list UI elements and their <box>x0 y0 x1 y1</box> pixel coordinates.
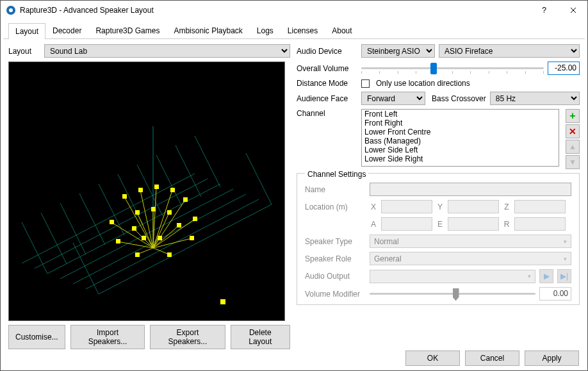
tab-layout[interactable]: Layout <box>8 23 45 39</box>
channel-item[interactable]: Lower Side Left <box>362 145 559 154</box>
channel-item[interactable]: Bass (Managed) <box>362 136 559 145</box>
import-speakers-button[interactable]: Import Speakers... <box>70 325 145 349</box>
svg-line-11 <box>60 203 86 254</box>
svg-line-20 <box>246 153 272 204</box>
export-speakers-button[interactable]: Export Speakers... <box>150 325 225 349</box>
axis-a-label: A <box>370 220 377 229</box>
channel-item[interactable]: Front Right <box>362 119 559 128</box>
svg-rect-58 <box>220 299 225 304</box>
tab-logs[interactable]: Logs <box>250 22 281 38</box>
speaker-type-label: Speaker Type <box>305 237 366 246</box>
tab-bar: Layout Decoder Rapture3D Games Ambisonic… <box>3 20 585 39</box>
move-down-button[interactable]: ▼ <box>566 155 580 169</box>
svg-rect-57 <box>132 226 136 231</box>
tab-licenses[interactable]: Licenses <box>281 22 325 38</box>
move-up-button[interactable]: ▲ <box>566 140 580 154</box>
svg-line-8 <box>99 204 272 294</box>
volume-modifier-thumb <box>453 288 459 301</box>
svg-rect-41 <box>138 188 143 192</box>
channel-settings-legend: Channel Settings <box>305 170 368 179</box>
svg-rect-50 <box>110 220 114 224</box>
speaker-role-label: Speaker Role <box>305 254 366 263</box>
ok-button[interactable]: OK <box>405 350 460 366</box>
svg-rect-46 <box>190 236 194 240</box>
audience-face-select[interactable]: Forward <box>361 92 425 105</box>
tab-ambisonic[interactable]: Ambisonic Playback <box>167 22 249 38</box>
app-icon <box>6 5 16 15</box>
speaker-3d-viewport[interactable] <box>8 62 285 321</box>
volume-modifier-label: Volume Modifier <box>305 290 366 299</box>
loc-e-input <box>448 217 499 231</box>
customise-button[interactable]: Customise... <box>8 325 65 349</box>
svg-rect-54 <box>177 223 181 227</box>
loc-x-input <box>381 200 432 213</box>
close-icon <box>570 7 576 13</box>
channel-item[interactable]: Lower Front Centre <box>362 128 559 136</box>
svg-rect-47 <box>167 252 172 257</box>
channel-item[interactable]: Front Left <box>362 110 559 119</box>
distance-mode-checkbox[interactable] <box>361 79 370 88</box>
svg-line-29 <box>153 248 169 254</box>
tab-decoder[interactable]: Decoder <box>45 22 88 38</box>
channel-item[interactable]: Lower Side Right <box>362 154 559 163</box>
svg-rect-53 <box>167 210 172 215</box>
overall-volume-slider[interactable] <box>361 62 544 75</box>
name-label: Name <box>305 185 366 194</box>
delete-layout-button[interactable]: Delete Layout <box>231 325 290 349</box>
svg-rect-51 <box>135 210 140 215</box>
axis-e-label: E <box>436 220 444 229</box>
channel-name-input <box>370 183 571 196</box>
help-button[interactable]: ? <box>530 1 559 20</box>
axis-x-label: X <box>370 202 377 211</box>
svg-line-12 <box>79 194 105 245</box>
volume-thumb[interactable] <box>430 63 437 74</box>
svg-rect-40 <box>122 194 127 199</box>
layout-select[interactable]: Sound Lab <box>44 44 290 58</box>
bass-crossover-select[interactable]: 85 Hz <box>490 92 580 105</box>
overall-volume-value[interactable]: -25.00 <box>548 62 580 75</box>
window-title: Rapture3D - Advanced Speaker Layout <box>20 6 530 15</box>
tab-rapture-games[interactable]: Rapture3D Games <box>88 22 167 38</box>
svg-rect-49 <box>116 239 120 243</box>
stop-button: ▶| <box>557 269 571 283</box>
audio-device-select[interactable]: ASIO Fireface <box>439 44 580 58</box>
audio-device-label: Audio Device <box>297 47 357 56</box>
axis-r-label: R <box>503 220 510 229</box>
channel-label: Channel <box>297 109 357 118</box>
layout-label: Layout <box>8 47 40 56</box>
svg-rect-42 <box>154 185 159 189</box>
close-button[interactable] <box>559 1 587 20</box>
add-channel-button[interactable]: + <box>566 109 580 123</box>
apply-button[interactable]: Apply <box>525 350 579 366</box>
play-button: ▶ <box>539 269 553 283</box>
svg-line-10 <box>41 213 67 264</box>
svg-rect-52 <box>151 207 156 211</box>
tab-about[interactable]: About <box>325 22 359 38</box>
volume-modifier-value: 0.00 <box>539 287 571 301</box>
svg-line-6 <box>35 179 208 268</box>
channel-list[interactable]: Front Left Front Right Lower Front Centr… <box>361 109 559 167</box>
loc-y-input <box>448 200 499 213</box>
distance-mode-text: Only use location directions <box>376 79 470 88</box>
bass-crossover-label: Bass Crossover <box>432 94 486 103</box>
channel-settings-group: Channel Settings Name Location (m) X Y Z… <box>297 173 580 305</box>
svg-line-22 <box>124 197 153 248</box>
svg-rect-55 <box>158 236 162 240</box>
loc-a-input <box>381 217 432 231</box>
svg-line-7 <box>22 174 195 263</box>
svg-rect-44 <box>183 197 188 202</box>
volume-modifier-slider <box>370 288 535 301</box>
svg-line-18 <box>195 136 220 187</box>
svg-point-1 <box>9 8 13 12</box>
audio-output-label: Audio Output <box>305 272 366 281</box>
audio-driver-select[interactable]: Steinberg ASIO <box>361 44 435 58</box>
svg-line-9 <box>22 222 47 274</box>
cancel-button[interactable]: Cancel <box>465 350 519 366</box>
svg-rect-56 <box>142 236 146 240</box>
axis-z-label: Z <box>503 202 510 211</box>
location-label: Location (m) <box>305 202 366 211</box>
titlebar: Rapture3D - Advanced Speaker Layout ? <box>1 1 587 20</box>
speaker-type-select: Normal <box>370 235 571 248</box>
remove-channel-button[interactable]: ✕ <box>566 124 580 138</box>
audience-face-label: Audience Face <box>297 94 357 103</box>
